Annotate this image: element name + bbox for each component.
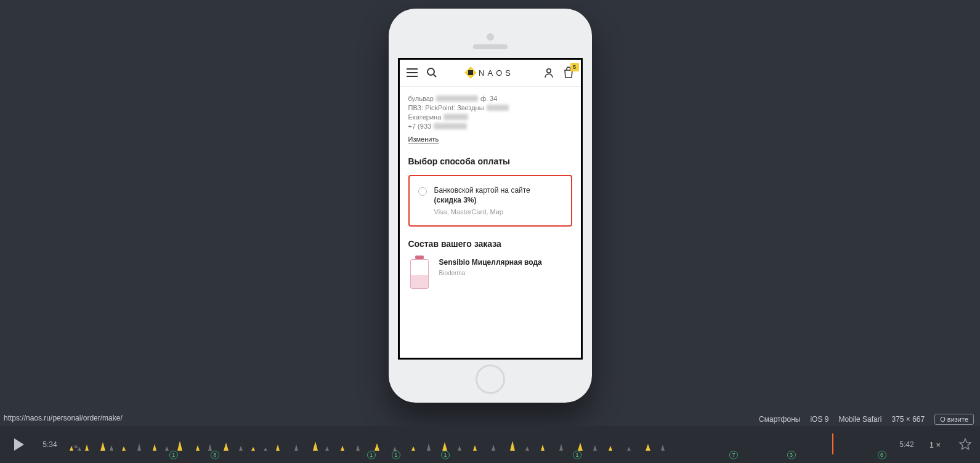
- payment-option-subtitle: Visa, MasterCard, Мир: [434, 208, 530, 215]
- phone-home-button[interactable]: [476, 364, 505, 394]
- logo-text: NAOS: [479, 68, 514, 78]
- cart-badge: 5: [570, 63, 579, 71]
- timeline-marker[interactable]: 1: [367, 451, 376, 459]
- phone-frame: NAOS 5 бульвар ф. 34: [389, 9, 592, 403]
- time-start: 5:34: [37, 440, 63, 449]
- timeline-marker[interactable]: 6: [878, 451, 886, 459]
- app-header: NAOS 5: [400, 60, 581, 87]
- payment-option-card[interactable]: Банковской картой на сайте (скидка 3%) V…: [408, 175, 572, 227]
- payment-option-discount: (скидка 3%): [434, 196, 530, 204]
- favorite-button[interactable]: [950, 438, 980, 451]
- product-brand: Bioderma: [439, 270, 542, 276]
- meta-browser: Mobile Safari: [838, 415, 881, 424]
- play-button[interactable]: [0, 437, 37, 453]
- cart-icon[interactable]: 5: [562, 66, 575, 79]
- logo[interactable]: NAOS: [466, 68, 514, 78]
- meta-device: Смартфоны: [759, 415, 800, 424]
- svg-point-1: [546, 69, 550, 73]
- timeline-marker[interactable]: 3: [787, 451, 796, 459]
- payment-option-title: Банковской картой на сайте: [434, 186, 530, 195]
- payment-section-title: Выбор способа оплаты: [408, 156, 572, 166]
- timeline-marker[interactable]: 1: [441, 451, 450, 459]
- address-line-4: +7 (933: [408, 123, 572, 130]
- timeline-marker[interactable]: 7: [729, 451, 738, 459]
- order-section-title: Состав вашего заказа: [408, 239, 572, 249]
- logo-mark-icon: [464, 66, 477, 79]
- hamburger-icon[interactable]: [406, 66, 418, 79]
- time-end: 5:42: [894, 440, 920, 449]
- address-line-1: бульвар ф. 34: [408, 95, 572, 102]
- meta-os: iOS 9: [810, 415, 828, 424]
- account-icon[interactable]: [543, 66, 555, 79]
- product-name: Sensibio Мицеллярная вода: [439, 257, 542, 267]
- meta-viewport: 375 × 667: [891, 415, 925, 424]
- session-meta: Смартфоны iOS 9 Mobile Safari 375 × 667 …: [759, 414, 974, 425]
- timeline-track[interactable]: ↑A 181111736: [67, 432, 890, 457]
- product-image: [408, 257, 431, 291]
- about-visit-button[interactable]: О визите: [934, 414, 974, 425]
- svg-point-0: [427, 68, 434, 75]
- address-line-3: Екатерина: [408, 113, 572, 121]
- order-item: Sensibio Мицеллярная вода Bioderma: [408, 257, 572, 291]
- screen-content[interactable]: бульвар ф. 34 ПВЗ: PickPoint: Звездны Ек…: [400, 87, 581, 358]
- timeline-marker[interactable]: 1: [169, 451, 178, 459]
- address-line-2: ПВЗ: PickPoint: Звездны: [408, 104, 572, 111]
- phone-speaker: [473, 44, 508, 49]
- phone-screen: NAOS 5 бульвар ф. 34: [398, 58, 583, 360]
- playback-speed[interactable]: 1 ×: [920, 440, 950, 449]
- activity-waveform: [67, 440, 682, 451]
- change-link[interactable]: Изменить: [408, 135, 439, 144]
- timeline-marker[interactable]: 1: [392, 451, 400, 459]
- timeline-badge-a: ↑A: [72, 444, 78, 449]
- timeline-cursor[interactable]: [832, 433, 833, 454]
- timeline-marker[interactable]: 1: [573, 451, 581, 459]
- radio-unchecked-icon[interactable]: [418, 187, 427, 196]
- player-bar: 5:34 ↑A 181111736 5:42 1 ×: [0, 426, 980, 463]
- current-url: https://naos.ru/personal/order/make/: [4, 414, 123, 422]
- search-icon[interactable]: [426, 66, 438, 79]
- timeline-marker[interactable]: 8: [211, 451, 219, 459]
